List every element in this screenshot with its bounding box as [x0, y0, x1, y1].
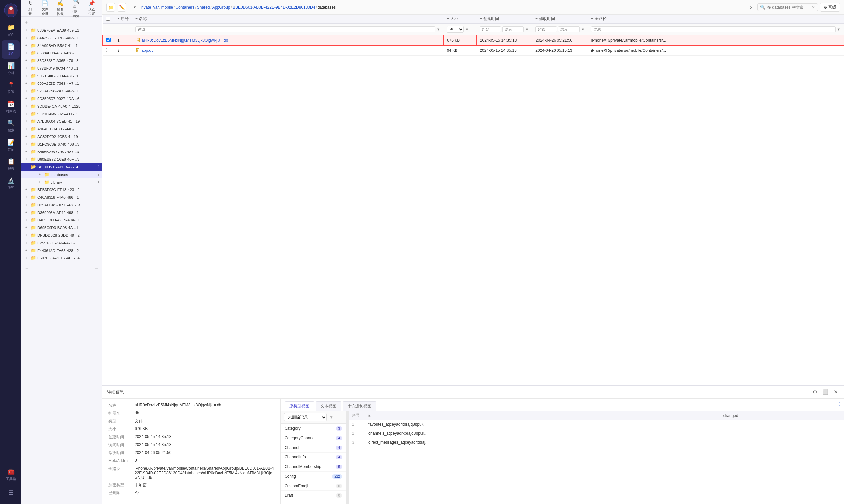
tree-item[interactable]: + 📁 D469C70D-42E9-49A-..1 [21, 216, 102, 224]
db-table-item-config[interactable]: Config 222 [281, 472, 346, 481]
search-clear-icon[interactable]: ✕ [812, 5, 815, 10]
tree-item[interactable]: + 📁 830E70EA-EA39-439-..1 [21, 26, 102, 34]
detail-settings-icon[interactable]: ⚙ [811, 389, 818, 396]
db-data-row[interactable]: 3 direct_messages_aqceyadrxbraj... [348, 438, 844, 447]
tree-item[interactable]: + 📁 92DAF398-2A75-463-..1 [21, 87, 102, 95]
sidebar-item-reports[interactable]: 📋 报告 [2, 155, 20, 174]
tree-item[interactable]: + 📁 9D3505C7-9027-4DA-..6 [21, 95, 102, 102]
bc-part[interactable]: rivate [141, 5, 151, 10]
created-filter-icon[interactable]: ▼ [525, 28, 529, 31]
tree-item[interactable]: + 📁 84A398FE-D703-403-..1 [21, 34, 102, 41]
tree-item[interactable]: + 📁 D29AFCA5-0F9E-438-..3 [21, 201, 102, 209]
sidebar-item-research[interactable]: 🔬 研究 [2, 174, 20, 193]
db-record-filter-select[interactable]: 未删除记录 [284, 413, 327, 421]
detail-close-icon[interactable]: ✕ [832, 389, 839, 396]
tree-item-library[interactable]: + 📁 Library 1 [21, 178, 102, 186]
tree-item[interactable]: + 📁 B496B295-C76A-487-..3 [21, 148, 102, 156]
file-list[interactable]: ≡ 序号 ≡ 名称 [102, 15, 844, 385]
tree-item-bbe0d501[interactable]: − 📂 BBE0D501-AB0B-42-..4 4 [21, 163, 102, 170]
col-header-created[interactable]: ≡ 创建时间 [476, 15, 532, 24]
breadcrumb-back-button[interactable]: < [131, 3, 139, 12]
tree-item[interactable]: + 📁 877BF349-9C04-443-..1 [21, 65, 102, 72]
tree-item[interactable]: + 📁 B60EBE72-16E8-40F-..3 [21, 156, 102, 163]
path-filter-input[interactable] [591, 26, 836, 32]
bc-part[interactable]: BBE0D501-AB0B-422E-9B4D-02E2D86130D4 [233, 5, 315, 10]
tree-item[interactable]: + 📁 BFB3F92C-EF13-423-..2 [21, 186, 102, 193]
col-header-size[interactable]: ≡ 大小 [443, 15, 476, 24]
col-header-path[interactable]: ≡ 全路径 [588, 15, 844, 24]
bc-part[interactable]: Containers [175, 5, 194, 10]
db-table-item-channel[interactable]: Channel 4 [281, 443, 346, 452]
advanced-search-button[interactable]: ⚙ 高级 [820, 3, 840, 12]
bc-part[interactable]: mobile [161, 5, 173, 10]
db-table-item-channelmembership[interactable]: ChannelMembership 5 [281, 462, 346, 472]
tree-item[interactable]: + 📁 E255139E-3A64-47C-..1 [21, 239, 102, 247]
refresh-button[interactable]: ↻ 刷新 [26, 0, 35, 18]
bc-part-shared[interactable]: Shared [197, 5, 210, 10]
tree-item[interactable]: + 📁 D369095A-AF42-498-..1 [21, 209, 102, 216]
row-checkbox[interactable] [106, 38, 111, 42]
sidebar-item-cases[interactable]: 📁 案件 [2, 21, 20, 40]
db-data-area[interactable]: 序号 id _changed [348, 411, 844, 504]
tree-add-button[interactable]: + [25, 19, 28, 25]
preview-button[interactable]: 📌 预览位置 [87, 0, 97, 18]
tree-add-bottom-button[interactable]: + [25, 265, 29, 271]
row-checkbox[interactable] [106, 48, 110, 52]
tree-item[interactable]: + 📁 A7BB8004-7CEB-41-..19 [21, 118, 102, 125]
db-data-row[interactable]: 1 favorites_aqceyadrxbrajq8bpuk... [348, 420, 844, 429]
table-row[interactable]: 2 🗄 app.db 64 KB 2024-05-15 14:35:13 202… [103, 46, 844, 56]
db-table-item-customemoji[interactable]: CustomEmoji 0 [281, 481, 346, 491]
file-name-link[interactable]: 🗄 aHR0cDovLzE5Mi4xNjguMTM3Ljk3OjgwNjU=.d… [136, 38, 440, 43]
size-filter-select[interactable]: 等于 [447, 26, 464, 33]
file-tree-list[interactable]: + + 📁 830E70EA-EA39-439-..1 + 📁 84A398FE… [21, 17, 102, 504]
tree-item[interactable]: + 📁 D695C9D3-BC08-4A-..1 [21, 224, 102, 231]
sidebar-collapse-btn[interactable]: ☰ [2, 486, 20, 499]
sidebar-item-location[interactable]: 📍 位置 [2, 78, 20, 97]
tree-item[interactable]: + 📁 AC82DF02-4CB3-4-..19 [21, 133, 102, 140]
sidebar-item-tools[interactable]: 🧰 工具箱 [2, 465, 20, 484]
col-header-name[interactable]: ≡ 名称 [132, 15, 443, 24]
sidebar-item-timeline[interactable]: 📅 时间线 [2, 98, 20, 116]
sidebar-item-search[interactable]: 🔍 搜索 [2, 117, 20, 135]
folder-view-button[interactable]: 📁 [106, 3, 115, 12]
detail-expand-icon[interactable]: ⬜ [821, 389, 830, 396]
modified-start-filter[interactable] [535, 26, 557, 32]
db-table-item-categorychannel[interactable]: CategoryChannel 4 [281, 433, 346, 443]
tree-item[interactable]: + 📁 C40A8318-F4A0-486-..1 [21, 193, 102, 201]
tree-remove-bottom-button[interactable]: − [95, 265, 98, 271]
modified-end-filter[interactable] [558, 26, 580, 32]
path-filter-icon[interactable]: ▼ [837, 28, 841, 31]
tree-item[interactable]: + 📁 84A99BAD-B5A7-41-..1 [21, 41, 102, 49]
db-data-row[interactable]: 2 channels_aqceyadrxbrajq8bpuk... [348, 429, 844, 438]
tree-item[interactable]: + 📁 B1FC9C8E-6740-408-..3 [21, 140, 102, 148]
tree-item[interactable]: + 📁 86D3333E-A365-476-..3 [21, 57, 102, 65]
col-header-modified[interactable]: ≡ 修改时间 [532, 15, 588, 24]
tree-item[interactable]: + 📁 F607F50A-3EE7-4EE-..4 [21, 254, 102, 262]
bc-part[interactable]: AppGroup [212, 5, 230, 10]
tree-item[interactable]: + 📁 DFBDDB28-2BDD-49-..2 [21, 231, 102, 239]
tab-text-view[interactable]: 文本视图 [316, 401, 341, 411]
tree-item[interactable]: + 📁 F44361AD-FA65-428-..2 [21, 247, 102, 254]
tree-item-databases[interactable]: + 📁 databases 2 [21, 170, 102, 178]
sidebar-item-analysis[interactable]: 📊 分析 [2, 59, 20, 78]
file-name-link[interactable]: 🗄 app.db [135, 48, 440, 53]
modified-filter-icon[interactable]: ▼ [581, 28, 585, 31]
edit-view-button[interactable]: ✏️ [118, 3, 126, 12]
tree-item[interactable]: + 📁 9DBBE4CA-48A0-4-..125 [21, 102, 102, 110]
bc-part[interactable]: var [154, 5, 159, 10]
size-filter-icon[interactable]: ▼ [465, 28, 469, 31]
db-expand-icon[interactable]: ⛶ [836, 401, 840, 411]
db-table-item-draft[interactable]: Draft 0 [281, 491, 346, 500]
sidebar-item-files[interactable]: 📄 文件 [2, 40, 20, 59]
tab-hex-view[interactable]: 十六进制视图 [343, 401, 376, 411]
tree-item[interactable]: + 📁 909A2E3D-7368-4A7-..1 [21, 79, 102, 87]
table-row[interactable]: 1 🗄 aHR0cDovLzE5Mi4xNjguMTM3Ljk3OjgwNjU=… [103, 35, 844, 46]
breadcrumb-forward-button[interactable]: › [747, 3, 755, 12]
created-end-filter[interactable] [502, 26, 524, 32]
db-table-item-channelinfo[interactable]: ChannelInfo 4 [281, 452, 346, 462]
sign-button[interactable]: ✍ 签名恢复 [55, 0, 66, 18]
tree-item[interactable]: + 📁 9E21C468-5026-411-..1 [21, 110, 102, 118]
tree-item[interactable]: + 📁 86884FD8-4370-428-..1 [21, 49, 102, 57]
name-filter-icon[interactable]: ▼ [437, 28, 440, 31]
search-input[interactable] [767, 5, 810, 10]
